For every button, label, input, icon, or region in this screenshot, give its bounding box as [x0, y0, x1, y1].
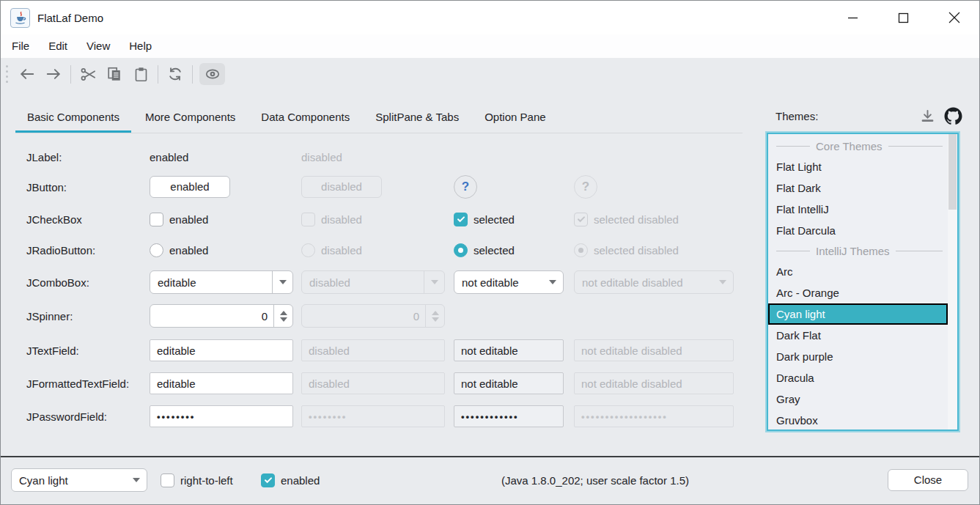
tab-more-components[interactable]: More Components [133, 103, 247, 133]
passwordfield-editable[interactable]: •••••••• [150, 405, 293, 427]
themes-scrollbar[interactable] [948, 134, 957, 430]
chevron-down-icon [432, 317, 439, 322]
textfield-editable[interactable]: editable [150, 339, 293, 361]
tab-splitpane-tabs[interactable]: SplitPane & Tabs [364, 103, 471, 133]
row-jcheckbox: JCheckBox enabled disabled selected sele… [1, 207, 756, 231]
github-button[interactable] [944, 107, 962, 125]
theme-item-flat-light[interactable]: Flat Light [768, 156, 948, 177]
theme-item-dark-purple[interactable]: Dark purple [768, 346, 948, 367]
row-jpasswordfield: JPasswordField: •••••••• •••••••• ••••••… [1, 405, 756, 428]
radio-enabled[interactable] [150, 243, 163, 257]
refresh-button[interactable] [162, 63, 188, 85]
toolbar-separator [158, 65, 158, 84]
jpasswordfield-row-label: JPasswordField: [26, 405, 107, 428]
window-controls [828, 1, 979, 34]
checkbox-selected[interactable] [454, 213, 468, 226]
chevron-down-icon [133, 478, 140, 482]
theme-item-arc-orange[interactable]: Arc - Orange [768, 282, 948, 303]
theme-item-dracula[interactable]: Dracula [768, 367, 948, 388]
scrollbar-thumb[interactable] [948, 134, 957, 210]
chevron-down-icon [280, 317, 287, 322]
toolbar-grip[interactable] [6, 65, 8, 83]
jlabel-row-label: JLabel: [26, 145, 62, 169]
formatted-textfield-disabled: disabled [301, 372, 445, 394]
tab-data-components[interactable]: Data Components [249, 103, 361, 133]
toolbar [1, 58, 979, 90]
maximize-button[interactable] [878, 1, 929, 34]
spinner-disabled-value: 0 [302, 305, 425, 327]
flatlaf-demo-window: FlatLaf Demo File Edit View Help [0, 0, 980, 505]
password-dots: •••••••••••• [461, 411, 519, 422]
chevron-down-icon [431, 280, 438, 284]
close-window-button[interactable] [929, 1, 979, 34]
help-button-disabled: ? [574, 175, 597, 199]
tab-option-pane[interactable]: Option Pane [473, 103, 557, 133]
formatted-textfield-editable[interactable]: editable [150, 372, 293, 394]
menu-view[interactable]: View [77, 34, 119, 58]
row-jradiobutton: JRadioButton: enabled disabled selected … [1, 238, 756, 262]
radio-selected-disabled-label: selected disabled [594, 244, 679, 257]
theme-item-arc[interactable]: Arc [768, 261, 948, 282]
menu-edit[interactable]: Edit [39, 34, 77, 58]
themes-list[interactable]: Core ThemesFlat LightFlat DarkFlat Intel… [767, 133, 959, 431]
combobox-editable-value: editable [158, 276, 196, 289]
spinner-enabled[interactable]: 0 [150, 304, 293, 328]
close-button[interactable]: Close [888, 469, 968, 491]
bottombar: Cyan light right-to-left enabled (Java 1… [1, 457, 979, 504]
show-details-toggle-button[interactable] [199, 63, 225, 85]
checkbox-enabled[interactable] [150, 213, 163, 226]
themes-items: Core ThemesFlat LightFlat DarkFlat Intel… [768, 136, 948, 431]
right-to-left-checkbox[interactable] [161, 473, 174, 487]
menu-help[interactable]: Help [119, 34, 161, 58]
theme-item-flat-darcula[interactable]: Flat Darcula [768, 220, 948, 241]
themes-label: Themes: [775, 106, 818, 126]
row-jtextfield: JTextField: editable disabled not editab… [1, 339, 756, 362]
minimize-button[interactable] [828, 1, 878, 34]
menu-file[interactable]: File [2, 34, 39, 58]
download-button[interactable] [920, 108, 935, 124]
help-button[interactable]: ? [454, 175, 477, 199]
jtextfield-row-label: JTextField: [26, 339, 79, 362]
spinner-value[interactable]: 0 [150, 305, 273, 327]
menubar: File Edit View Help [1, 34, 979, 58]
checkbox-selected-disabled [574, 213, 588, 226]
combobox-not-editable[interactable]: not editable [454, 270, 564, 294]
theme-item-dark-flat[interactable]: Dark Flat [768, 325, 948, 346]
chevron-down-icon [719, 280, 726, 284]
copy-button[interactable] [101, 63, 128, 85]
row-jlabel: JLabel: enabled disabled [1, 145, 756, 169]
enabled-checkbox[interactable] [261, 473, 275, 487]
jformattedtextfield-row-label: JFormattedTextField: [26, 372, 129, 395]
component-tabs: Basic Components More Components Data Co… [15, 103, 560, 133]
spinner-disabled: 0 [301, 304, 445, 328]
forward-button[interactable] [40, 63, 67, 85]
radio-disabled-label: disabled [321, 244, 362, 257]
radio-selected[interactable] [454, 243, 468, 257]
combobox-disabled: disabled [301, 270, 445, 294]
titlebar: FlatLaf Demo [1, 1, 979, 34]
checkbox-disabled-label: disabled [321, 213, 362, 226]
right-to-left-label: right-to-left [180, 474, 233, 487]
jbutton-disabled: disabled [301, 176, 382, 198]
tab-basic-components[interactable]: Basic Components [15, 103, 131, 133]
passwordfield-disabled: •••••••• [301, 405, 445, 427]
jradiobutton-row-label: JRadioButton: [26, 238, 95, 262]
theme-item-gruvbox[interactable]: Gruvbox [768, 410, 948, 431]
jlabel-enabled: enabled [150, 145, 293, 169]
theme-item-flat-intellij[interactable]: Flat IntelliJ [768, 199, 948, 220]
spinner-arrows [425, 305, 444, 327]
row-jspinner: JSpinner: 0 0 [1, 304, 756, 328]
jspinner-row-label: JSpinner: [26, 304, 73, 328]
theme-item-gray[interactable]: Gray [768, 388, 948, 410]
jbutton-enabled[interactable]: enabled [150, 176, 230, 198]
checkbox-selected-label: selected [474, 213, 515, 226]
theme-item-flat-dark[interactable]: Flat Dark [768, 177, 948, 199]
look-and-feel-combobox[interactable]: Cyan light [11, 468, 147, 492]
paste-button[interactable] [128, 63, 154, 85]
cut-button[interactable] [75, 63, 101, 85]
checkbox-disabled [301, 213, 315, 226]
combobox-editable[interactable]: editable [150, 270, 293, 294]
theme-item-cyan-light[interactable]: Cyan light [768, 303, 948, 325]
spinner-arrows[interactable] [273, 305, 292, 327]
back-button[interactable] [14, 63, 40, 85]
